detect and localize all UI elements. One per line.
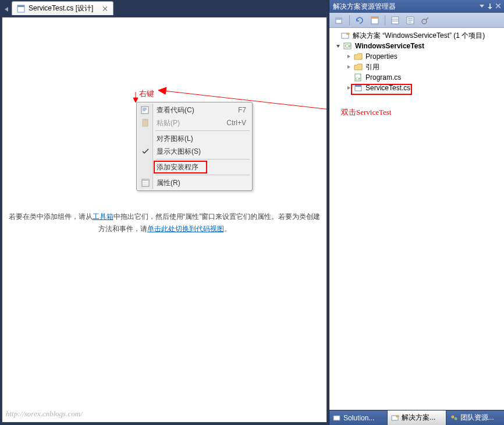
menu-label: 粘贴(P) (157, 118, 180, 128)
toolbar-separator (349, 15, 350, 26)
svg-rect-16 (336, 18, 342, 20)
panel-titlebar[interactable]: 解决方案资源管理器 (329, 0, 504, 13)
svg-rect-18 (371, 17, 378, 19)
svg-point-39 (451, 415, 454, 418)
tab-team-explorer[interactable]: 团队资源... (446, 410, 504, 425)
toolbar-viewdesigner-button[interactable] (419, 14, 432, 27)
svg-point-29 (346, 33, 350, 35)
editor-area: ServiceTest.cs [设计] 右键 (0, 0, 329, 425)
annotation-rightclick: 右键 (139, 88, 154, 99)
team-icon (450, 414, 458, 422)
toolbar-properties-button[interactable] (389, 14, 402, 27)
toolbar-viewcode-button[interactable] (404, 14, 417, 27)
view-code-icon (141, 105, 150, 115)
panel-toolbar (329, 13, 504, 28)
designer-canvas[interactable]: 右键 查看代码(C) (2, 17, 327, 423)
arrow-down-icon (133, 92, 138, 102)
csproj-icon: C# (343, 42, 353, 50)
svg-point-40 (454, 417, 457, 420)
expander-icon[interactable] (335, 43, 341, 49)
svg-rect-4 (141, 107, 148, 114)
expander-icon[interactable] (346, 54, 352, 59)
menu-large-icons[interactable]: 显示大图标(S) (138, 145, 251, 158)
tree-service-test-cs[interactable]: ServiceTest.cs (331, 83, 503, 93)
dropdown-icon[interactable] (480, 3, 484, 9)
tree-project[interactable]: C# WindowsServiceTest (331, 41, 503, 51)
folder-icon (354, 52, 363, 61)
solution-icon (341, 31, 350, 40)
svg-rect-1 (17, 5, 24, 7)
svg-line-27 (426, 17, 428, 20)
references-icon (354, 63, 363, 71)
menu-label: 查看代码(C) (157, 105, 194, 115)
menu-label: 对齐图标(L) (157, 134, 193, 144)
tree-properties[interactable]: Properties (331, 51, 503, 62)
solution-tree[interactable]: 解决方案 “WindowsServiceTest” (1 个项目) C# Win… (329, 28, 504, 410)
solution-explorer-icon (391, 414, 399, 422)
menu-label: 属性(R) (157, 178, 180, 188)
svg-point-38 (396, 415, 399, 417)
menu-view-code[interactable]: 查看代码(C) F7 (138, 104, 251, 116)
solution-icon (333, 414, 341, 422)
toolbar-separator (385, 15, 385, 26)
menu-paste: 粘贴(P) Ctrl+V (138, 116, 251, 129)
menu-add-installer[interactable]: 添加安装程序 (138, 161, 251, 173)
svg-rect-36 (333, 416, 340, 420)
tree-program-cs[interactable]: C# Program.cs (331, 72, 503, 83)
toolbox-link[interactable]: 工具箱 (93, 212, 113, 221)
tab-close-icon[interactable] (102, 6, 108, 12)
codeview-link[interactable]: 单击此处切换到代码视图 (147, 225, 224, 233)
svg-rect-9 (144, 119, 147, 121)
context-menu: 查看代码(C) F7 粘贴(P) Ctrl+V 对齐图标(L) (136, 102, 253, 191)
expander-icon[interactable] (346, 85, 352, 91)
designer-file-icon (17, 5, 25, 13)
menu-separator (155, 159, 250, 160)
menu-separator (155, 130, 250, 131)
svg-rect-14 (489, 3, 491, 7)
expander-icon[interactable] (346, 64, 352, 70)
watermark: http://sorex.cnblogs.com/ (6, 409, 83, 419)
toolbar-home-button[interactable] (333, 14, 346, 27)
menu-separator (155, 175, 250, 175)
menu-label: 显示大图标(S) (157, 147, 201, 157)
toolbar-refresh-button[interactable] (353, 14, 366, 27)
tab-service-test-design[interactable]: ServiceTest.cs [设计] (12, 1, 113, 15)
svg-rect-19 (392, 17, 399, 24)
pin-icon[interactable] (488, 3, 492, 9)
solution-explorer-panel: 解决方案资源管理器 解决方案 “WindowsServiceTest” (1 个… (329, 0, 504, 425)
svg-point-26 (422, 19, 427, 24)
checkmark-icon (141, 147, 150, 156)
designer-hint-text: 若要在类中添加组件，请从工具箱中拖出它们，然后使用“属性”窗口来设置它们的属性。… (8, 211, 321, 236)
paste-icon (141, 118, 150, 128)
tab-solution-explorer[interactable]: 解决方案... (388, 410, 446, 425)
panel-title-icons (480, 3, 501, 9)
close-icon[interactable] (496, 3, 501, 9)
menu-shortcut: F7 (238, 106, 246, 114)
tree-solution-root[interactable]: 解决方案 “WindowsServiceTest” (1 个项目) (331, 30, 503, 41)
panel-title-text: 解决方案资源管理器 (333, 2, 396, 12)
cs-file-icon: C# (354, 73, 363, 82)
tab-solution-navigator[interactable]: Solution... (329, 410, 388, 425)
svg-rect-11 (142, 179, 149, 181)
tab-scroll-left[interactable] (3, 3, 9, 15)
tree-references[interactable]: 引用 (331, 62, 503, 72)
menu-properties[interactable]: 属性(R) (138, 176, 251, 189)
visual-studio-window: ServiceTest.cs [设计] 右键 (0, 0, 504, 425)
svg-rect-35 (355, 85, 361, 87)
menu-align-icons[interactable]: 对齐图标(L) (138, 132, 251, 145)
svg-text:C#: C# (345, 44, 350, 49)
toolbar-showall-button[interactable] (368, 14, 381, 27)
tab-label: ServiceTest.cs [设计] (29, 3, 93, 13)
panel-bottom-tabs: Solution... 解决方案... 团队资源... (329, 410, 504, 425)
component-file-icon (354, 84, 363, 92)
tab-strip: ServiceTest.cs [设计] (0, 0, 329, 15)
menu-label: 添加安装程序 (157, 162, 198, 172)
menu-shortcut: Ctrl+V (226, 119, 246, 127)
properties-icon (141, 178, 150, 187)
svg-text:C#: C# (356, 76, 361, 81)
annotation-doubleclick: 双击ServiceTest (341, 107, 391, 118)
canvas-wrap: 右键 查看代码(C) (0, 15, 329, 425)
chevron-left-icon (5, 7, 8, 12)
